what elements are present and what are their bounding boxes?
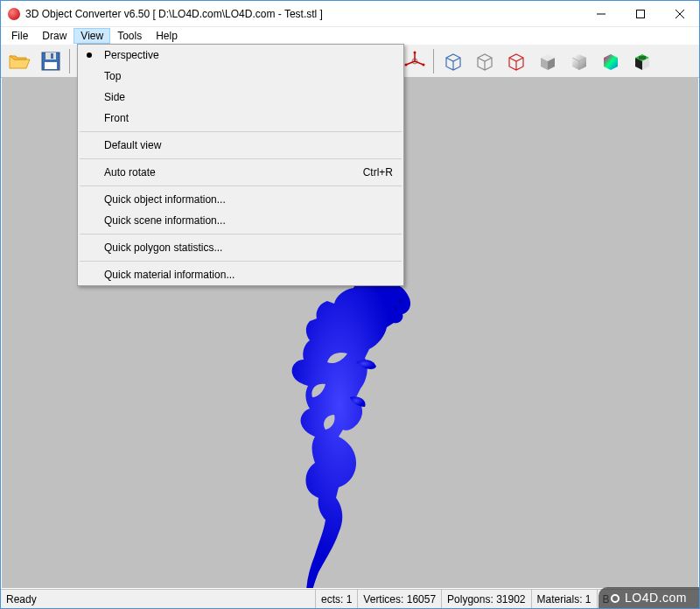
dd-default-view[interactable]: Default view (78, 135, 403, 156)
smooth-shade-button[interactable] (564, 46, 594, 76)
dd-label: Front (104, 112, 129, 124)
dd-label: Quick polygon statistics... (104, 242, 222, 254)
color-shade-button[interactable] (596, 46, 626, 76)
status-vertices: Vertices: 16057 (358, 590, 442, 608)
svg-rect-7 (45, 62, 57, 69)
view-dropdown: Perspective Top Side Front Default view … (77, 44, 404, 286)
minimize-button[interactable] (581, 1, 620, 26)
model-dinosaur (273, 270, 430, 588)
titlebar: 3D Object Converter v6.50 [ D:\LO4D.com\… (1, 1, 699, 27)
wireframe-red-button[interactable] (501, 46, 531, 76)
floppy-disk-icon (38, 49, 63, 74)
menubar: File Draw View Tools Help (1, 27, 699, 45)
window-title: 3D Object Converter v6.50 [ D:\LO4D.com\… (25, 8, 581, 20)
dd-label: Default view (104, 139, 161, 151)
menu-tools[interactable]: Tools (110, 28, 149, 44)
dd-separator (80, 261, 402, 262)
toolbar-separator (69, 49, 71, 74)
status-materials: Materials: 1 (532, 590, 598, 608)
dd-separator (80, 158, 402, 159)
cube-smooth-icon (567, 49, 592, 74)
maximize-icon (636, 10, 645, 18)
maximize-button[interactable] (620, 1, 660, 26)
dd-quick-scene-info[interactable]: Quick scene information... (78, 210, 403, 231)
dd-perspective[interactable]: Perspective (78, 45, 403, 66)
dd-quick-polygon-stats[interactable]: Quick polygon statistics... (78, 237, 403, 258)
statusbar: Ready ects: 1 Vertices: 16057 Polygons: … (1, 589, 699, 608)
menu-help[interactable]: Help (149, 28, 185, 44)
dd-separator (80, 234, 402, 234)
cube-rainbow-icon (598, 49, 623, 74)
svg-rect-6 (51, 53, 53, 59)
dd-label: Quick scene information... (104, 214, 226, 227)
watermark-dot-icon (611, 594, 620, 603)
cube-wire-blue-icon (441, 49, 466, 74)
dd-label: Quick material information... (104, 269, 234, 281)
menu-file[interactable]: File (4, 28, 35, 44)
cube-flat-icon (536, 49, 560, 74)
watermark: LO4D.com (598, 587, 699, 608)
app-window: 3D Object Converter v6.50 [ D:\LO4D.com\… (0, 0, 700, 609)
dd-separator (80, 186, 402, 186)
checker-button[interactable] (627, 46, 657, 76)
wireframe-gray-button[interactable] (470, 46, 500, 76)
save-button[interactable] (36, 46, 66, 76)
cube-checker-icon (630, 49, 654, 74)
cube-wire-red-icon (504, 49, 528, 74)
watermark-text: LO4D.com (625, 591, 687, 605)
dd-quick-material-info[interactable]: Quick material information... (78, 264, 403, 285)
window-controls (581, 1, 699, 26)
status-objects: ects: 1 (316, 590, 358, 608)
folder-open-icon (7, 49, 32, 74)
close-button[interactable] (660, 1, 699, 26)
svg-point-12 (414, 51, 416, 53)
svg-rect-1 (636, 10, 644, 18)
dd-label: Auto rotate (104, 166, 156, 178)
app-icon (8, 8, 20, 20)
svg-point-14 (405, 63, 408, 66)
wireframe-blue-button[interactable] (438, 46, 468, 76)
dd-label: Side (104, 91, 125, 103)
flat-shade-button[interactable] (533, 46, 563, 76)
dd-label: Perspective (104, 49, 159, 61)
axis-icon (402, 49, 427, 74)
dd-label: Quick object information... (104, 193, 226, 206)
toolbar-separator (433, 49, 435, 74)
status-ready: Ready (1, 590, 316, 608)
svg-point-13 (423, 63, 425, 66)
dd-auto-rotate[interactable]: Auto rotate Ctrl+R (78, 162, 403, 183)
dd-side[interactable]: Side (78, 87, 403, 108)
menu-draw[interactable]: Draw (35, 28, 74, 44)
cube-wire-gray-icon (472, 49, 497, 74)
dd-top[interactable]: Top (78, 66, 403, 87)
status-polygons: Polygons: 31902 (442, 590, 531, 608)
dd-front[interactable]: Front (78, 108, 403, 129)
selected-bullet-icon (87, 52, 92, 58)
axis-button[interactable] (400, 46, 430, 76)
dd-label: Top (104, 70, 121, 82)
menu-view[interactable]: View (74, 28, 110, 44)
close-icon (676, 10, 684, 18)
open-button[interactable] (4, 46, 34, 76)
minimize-icon (597, 10, 606, 18)
dd-shortcut: Ctrl+R (363, 166, 393, 178)
dd-quick-object-info[interactable]: Quick object information... (78, 189, 403, 210)
dd-separator (80, 131, 402, 132)
